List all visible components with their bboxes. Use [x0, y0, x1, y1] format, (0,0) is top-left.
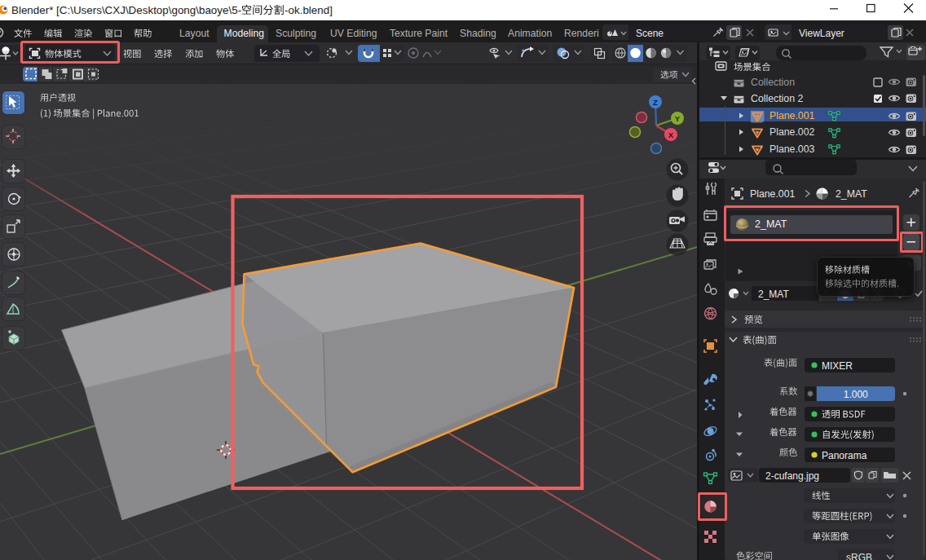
svg-text:X: X [668, 130, 674, 139]
svg-text:Z: Z [653, 98, 658, 107]
svg-text:Y: Y [675, 114, 681, 123]
